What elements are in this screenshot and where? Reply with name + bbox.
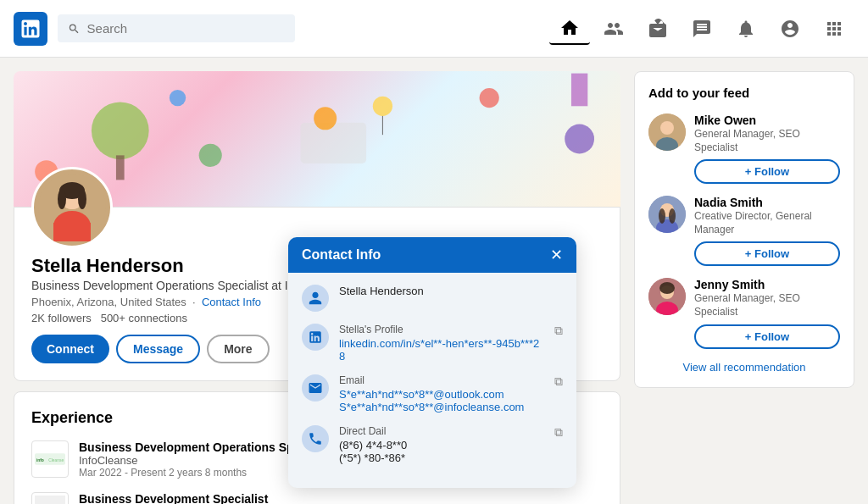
contact-profile-row: Stella's Profile linkedin.com/in/s*el**-… — [302, 324, 563, 363]
avatar-nadia — [648, 196, 686, 233]
contact-phone-icon — [302, 425, 329, 452]
feed-role-nadia: Creative Director, General Manager — [694, 210, 840, 236]
contact-profile-label: Stella's Profile — [339, 324, 544, 335]
svg-point-20 — [78, 189, 86, 209]
contact-email-row: Email S*e**ah*nd**so*8**@outlook.com S*e… — [302, 374, 563, 413]
svg-rect-24 — [35, 496, 65, 504]
svg-rect-1 — [116, 155, 125, 180]
svg-rect-5 — [571, 74, 587, 107]
contact-info-link[interactable]: Contact Info — [202, 296, 261, 308]
follow-button-mike[interactable]: + Follow — [694, 159, 840, 184]
avatar-mike — [648, 114, 686, 151]
contact-phone-row: Direct Dail (8*6) 4*4-8**0 (*5*) *80-*86… — [302, 425, 563, 464]
modal-title: Contact Info — [302, 247, 381, 263]
svg-point-6 — [480, 88, 499, 108]
feed-person-info-jenny: Jenny Smith General Manager, SEO Special… — [694, 278, 840, 348]
contact-profile-text: Stella's Profile linkedin.com/in/s*el**-… — [339, 324, 544, 363]
svg-rect-7 — [301, 123, 366, 163]
contact-email-label: Email — [339, 374, 524, 386]
feed-person-info-nadia: Nadia Smith Creative Director, General M… — [694, 196, 840, 266]
search-icon — [68, 22, 81, 36]
svg-point-37 — [659, 282, 675, 294]
nav-profile[interactable] — [770, 14, 810, 44]
more-button[interactable]: More — [207, 335, 269, 363]
modal-body: Stella Henderson Stella's Profile linked… — [288, 273, 576, 488]
svg-point-33 — [669, 208, 676, 224]
svg-point-11 — [199, 144, 222, 167]
linkedin-logo — [14, 12, 47, 46]
connect-button[interactable]: Connect — [31, 335, 109, 363]
svg-rect-16 — [53, 223, 91, 241]
nav-jobs[interactable] — [637, 14, 678, 44]
avatar-jenny — [648, 278, 686, 315]
nav-home[interactable] — [549, 13, 590, 45]
feed-person-nadia: Nadia Smith Creative Director, General M… — [648, 196, 840, 266]
contact-name-text: Stella Henderson — [339, 285, 424, 297]
feed-role-jenny: General Manager, SEO Specialist — [694, 292, 840, 318]
feed-person-jenny: Jenny Smith General Manager, SEO Special… — [648, 278, 840, 348]
svg-point-0 — [92, 102, 149, 159]
contact-email-value1: S*e**ah*nd**so*8**@outlook.com — [339, 388, 524, 401]
svg-point-8 — [314, 107, 337, 130]
svg-point-19 — [58, 189, 66, 209]
modal-close-button[interactable]: ✕ — [550, 247, 563, 263]
contact-email-icon — [302, 374, 329, 402]
contact-email-value2: S*e**ah*nd**so*8**@infocleanse.com — [339, 401, 524, 413]
svg-text:info: info — [36, 458, 44, 462]
follow-button-jenny[interactable]: + Follow — [694, 324, 840, 349]
contact-phone-text: Direct Dail (8*6) 4*4-8**0 (*5*) *80-*86… — [339, 425, 407, 464]
nav-icons — [549, 13, 854, 45]
message-button[interactable]: Message — [116, 335, 200, 363]
follow-button-nadia[interactable]: + Follow — [694, 241, 840, 266]
contact-name-value: Stella Henderson — [339, 285, 424, 297]
contact-modal: Contact Info ✕ Stella Henderson Stella's… — [288, 237, 576, 488]
svg-point-32 — [659, 208, 665, 224]
nav-messages[interactable] — [682, 14, 722, 44]
svg-point-12 — [170, 90, 186, 106]
right-panel: Add to your feed Mike Owen General Manag… — [634, 71, 854, 504]
feed-role-mike: General Manager, SEO Specialist — [694, 128, 840, 154]
svg-point-27 — [660, 121, 674, 135]
contact-phone-label: Direct Dail — [339, 425, 407, 437]
exp-details-2: Business Development Specialist Cisco 20… — [79, 492, 268, 504]
svg-point-9 — [373, 97, 392, 116]
nav-network[interactable] — [593, 14, 634, 44]
feed-card: Add to your feed Mike Owen General Manag… — [634, 71, 854, 388]
avatar — [31, 167, 113, 248]
contact-profile-value: linkedin.com/in/s*el**-hen*ers**-945b***… — [339, 337, 544, 363]
contact-person-icon — [302, 285, 329, 312]
feed-name-jenny: Jenny Smith — [694, 278, 840, 291]
infocleanse-logo: infoCleanse — [31, 440, 69, 478]
exp-item-2: cisco Business Development Specialist Ci… — [31, 492, 603, 504]
contact-linkedin-icon — [302, 324, 329, 351]
contact-name-row: Stella Henderson — [302, 285, 563, 312]
copy-profile-icon[interactable]: ⧉ — [554, 324, 563, 338]
copy-email-icon[interactable]: ⧉ — [554, 374, 563, 389]
search-bar[interactable] — [58, 14, 295, 42]
nav-grid[interactable] — [814, 14, 854, 44]
contact-email-text: Email S*e**ah*nd**so*8**@outlook.com S*e… — [339, 374, 524, 413]
contact-phone-value1: (8*6) 4*4-8**0 — [339, 439, 407, 451]
exp-role-2: Business Development Specialist — [79, 492, 268, 504]
feed-person-info-mike: Mike Owen General Manager, SEO Specialis… — [694, 114, 840, 184]
contact-phone-value2: (*5*) *80-*86* — [339, 451, 407, 464]
feed-person-mike: Mike Owen General Manager, SEO Specialis… — [648, 114, 840, 184]
view-all-link[interactable]: View all recommendation — [648, 361, 840, 374]
copy-phone-icon[interactable]: ⧉ — [554, 425, 563, 440]
modal-header: Contact Info ✕ — [288, 237, 576, 273]
feed-name-mike: Mike Owen — [694, 114, 840, 127]
avatar-wrap — [31, 167, 113, 248]
cisco-logo: cisco — [31, 492, 69, 504]
svg-point-4 — [565, 125, 594, 154]
feed-title: Add to your feed — [648, 86, 840, 100]
svg-text:Cleanse: Cleanse — [48, 458, 64, 462]
navbar — [0, 0, 868, 58]
nav-notifications[interactable] — [726, 14, 766, 44]
search-input[interactable] — [87, 21, 285, 36]
feed-name-nadia: Nadia Smith — [694, 196, 840, 209]
